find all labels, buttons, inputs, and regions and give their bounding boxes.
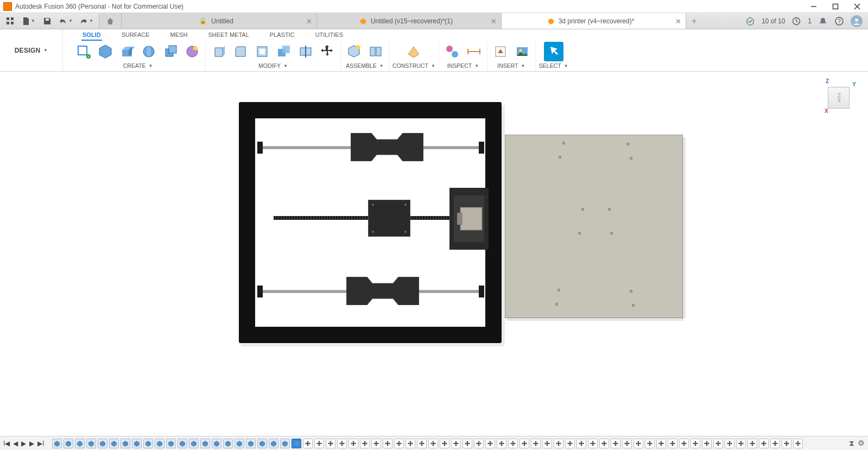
motor-mount[interactable] bbox=[449, 188, 493, 250]
view-cube-face[interactable]: TOP bbox=[828, 87, 850, 109]
timeline-step[interactable] bbox=[622, 439, 632, 448]
redo-button[interactable]: ▼ bbox=[77, 14, 96, 28]
timeline-step[interactable] bbox=[645, 439, 655, 448]
timeline-step[interactable] bbox=[656, 439, 666, 448]
rod-cap[interactable] bbox=[257, 142, 263, 154]
timeline-step[interactable] bbox=[64, 439, 73, 448]
timeline-step[interactable] bbox=[588, 439, 598, 448]
timeline-step[interactable] bbox=[668, 439, 677, 448]
timeline-step[interactable] bbox=[679, 439, 689, 448]
timeline-step[interactable] bbox=[280, 439, 290, 448]
close-tab-button[interactable]: ✕ bbox=[491, 17, 497, 25]
sweep-button[interactable] bbox=[161, 42, 180, 61]
timeline-step[interactable] bbox=[462, 439, 472, 448]
fillet-button[interactable] bbox=[231, 42, 250, 61]
group-label-insert[interactable]: INSERT▼ bbox=[497, 62, 525, 69]
group-label-create[interactable]: CREATE▼ bbox=[123, 62, 153, 69]
clock-icon[interactable] bbox=[791, 16, 801, 26]
create-form-button[interactable] bbox=[96, 42, 115, 61]
timeline-step[interactable] bbox=[554, 439, 563, 448]
timeline-step[interactable] bbox=[611, 439, 620, 448]
ribbon-tab-mesh[interactable]: MESH bbox=[169, 30, 189, 41]
view-cube[interactable]: Z Y TOP X bbox=[825, 81, 853, 110]
user-avatar[interactable] bbox=[851, 15, 863, 27]
timeline-step[interactable] bbox=[519, 439, 529, 448]
timeline-marker-icon[interactable]: ⧗ bbox=[849, 439, 854, 448]
inspect-button[interactable] bbox=[442, 42, 462, 61]
timeline-step[interactable] bbox=[725, 439, 734, 448]
timeline-step[interactable] bbox=[576, 439, 586, 448]
ribbon-tab-solid[interactable]: SOLID bbox=[81, 30, 102, 41]
timeline-step[interactable] bbox=[86, 439, 96, 448]
ribbon-tab-sheet-metal[interactable]: SHEET METAL bbox=[207, 30, 250, 41]
file-menu-button[interactable]: ▼ bbox=[20, 14, 38, 28]
viewport[interactable]: Z Y TOP X bbox=[0, 72, 868, 436]
timeline-step[interactable] bbox=[269, 439, 278, 448]
carriage-top[interactable] bbox=[351, 133, 423, 161]
help-icon[interactable]: ? bbox=[834, 16, 844, 26]
timeline-step[interactable] bbox=[383, 439, 392, 448]
timeline-step[interactable] bbox=[166, 439, 176, 448]
timeline-step[interactable] bbox=[314, 439, 324, 448]
timeline-step[interactable] bbox=[394, 439, 404, 448]
close-button[interactable] bbox=[846, 0, 868, 13]
home-tab[interactable] bbox=[99, 13, 122, 29]
timeline-step[interactable] bbox=[497, 439, 506, 448]
save-button[interactable] bbox=[40, 14, 54, 28]
timeline-step[interactable] bbox=[702, 439, 712, 448]
group-label-construct[interactable]: CONSTRUCT▼ bbox=[392, 62, 435, 69]
joint-button[interactable] bbox=[366, 42, 385, 61]
close-tab-button[interactable]: ✕ bbox=[306, 17, 312, 25]
timeline-step[interactable] bbox=[371, 439, 381, 448]
timeline-step[interactable] bbox=[132, 439, 142, 448]
timeline-step[interactable] bbox=[360, 439, 370, 448]
timeline-step[interactable] bbox=[793, 439, 803, 448]
rod-cap[interactable] bbox=[479, 142, 484, 154]
press-pull-button[interactable] bbox=[209, 42, 229, 61]
timeline-step[interactable] bbox=[246, 439, 256, 448]
create-sketch-button[interactable]: + bbox=[74, 42, 93, 61]
timeline-step[interactable] bbox=[542, 439, 552, 448]
job-status-icon[interactable] bbox=[745, 16, 755, 26]
extrude-button[interactable] bbox=[117, 42, 137, 61]
tab-untitled[interactable]: 🔒 Untitled ✕ bbox=[122, 13, 317, 29]
timeline-step[interactable] bbox=[759, 439, 769, 448]
timeline-step[interactable] bbox=[326, 439, 335, 448]
timeline-step[interactable] bbox=[189, 439, 199, 448]
timeline-step[interactable] bbox=[417, 439, 427, 448]
timeline-step[interactable] bbox=[406, 439, 415, 448]
timeline-step[interactable] bbox=[736, 439, 746, 448]
timeline-first-button[interactable]: I◀ bbox=[3, 440, 10, 447]
timeline-step[interactable] bbox=[508, 439, 518, 448]
notifications-icon[interactable] bbox=[818, 16, 828, 26]
timeline-step[interactable] bbox=[451, 439, 461, 448]
timeline-step[interactable] bbox=[109, 439, 119, 448]
timeline-step[interactable] bbox=[690, 439, 700, 448]
timeline-step[interactable] bbox=[121, 439, 130, 448]
carriage-bottom[interactable] bbox=[346, 277, 419, 305]
timeline-step[interactable] bbox=[98, 439, 107, 448]
timeline-step[interactable] bbox=[235, 439, 244, 448]
timeline-last-button[interactable]: ▶I bbox=[37, 440, 44, 447]
move-button[interactable] bbox=[318, 42, 337, 61]
timeline-step[interactable] bbox=[770, 439, 780, 448]
timeline-step[interactable] bbox=[633, 439, 643, 448]
timeline-step[interactable] bbox=[52, 439, 62, 448]
tab-recovered-1[interactable]: Untitled (v15~recovered)*(1) ✕ bbox=[317, 13, 502, 29]
timeline-settings-icon[interactable]: ⚙ bbox=[858, 439, 865, 448]
rod-cap[interactable] bbox=[479, 286, 484, 297]
insert-decal-button[interactable] bbox=[512, 42, 532, 61]
ribbon-tab-plastic[interactable]: PLASTIC bbox=[269, 30, 296, 41]
select-button[interactable] bbox=[544, 42, 563, 61]
stepper-motor[interactable] bbox=[368, 200, 410, 237]
combine-button[interactable] bbox=[274, 42, 294, 61]
timeline-step[interactable] bbox=[747, 439, 757, 448]
group-label-assemble[interactable]: ASSEMBLE▼ bbox=[346, 62, 384, 69]
close-tab-button[interactable]: ✕ bbox=[675, 17, 681, 25]
timeline-step[interactable] bbox=[599, 439, 609, 448]
workspace-switcher[interactable]: DESIGN ▼ bbox=[0, 29, 63, 71]
undo-button[interactable]: ▼ bbox=[56, 14, 75, 28]
insert-derive-button[interactable] bbox=[491, 42, 510, 61]
new-tab-button[interactable]: + bbox=[686, 13, 702, 29]
timeline-step[interactable] bbox=[428, 439, 438, 448]
